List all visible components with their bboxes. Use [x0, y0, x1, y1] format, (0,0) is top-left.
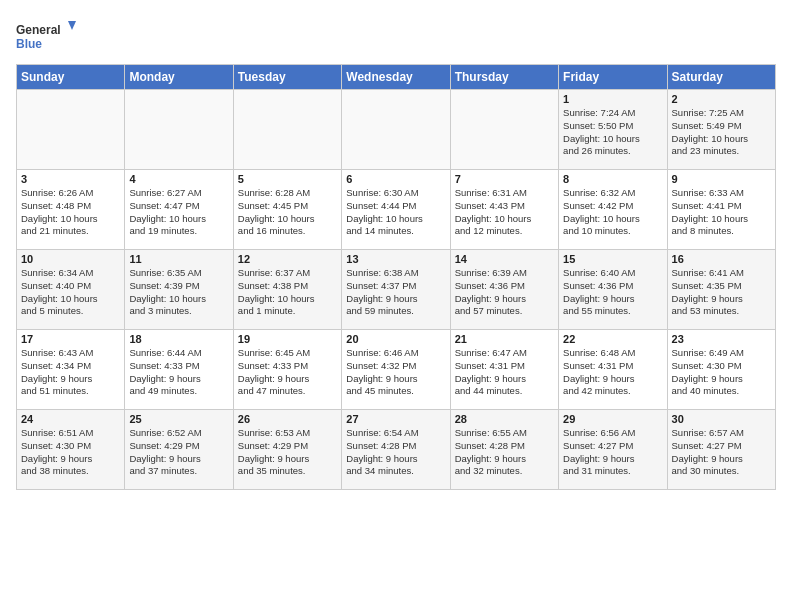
day-info: Sunrise: 6:41 AM Sunset: 4:35 PM Dayligh… — [672, 267, 771, 318]
day-info: Sunrise: 6:54 AM Sunset: 4:28 PM Dayligh… — [346, 427, 445, 478]
logo: General Blue — [16, 16, 76, 56]
day-info: Sunrise: 6:46 AM Sunset: 4:32 PM Dayligh… — [346, 347, 445, 398]
calendar-cell: 13Sunrise: 6:38 AM Sunset: 4:37 PM Dayli… — [342, 250, 450, 330]
calendar-cell: 25Sunrise: 6:52 AM Sunset: 4:29 PM Dayli… — [125, 410, 233, 490]
calendar-cell: 8Sunrise: 6:32 AM Sunset: 4:42 PM Daylig… — [559, 170, 667, 250]
calendar-cell: 3Sunrise: 6:26 AM Sunset: 4:48 PM Daylig… — [17, 170, 125, 250]
day-number: 5 — [238, 173, 337, 185]
svg-marker-2 — [68, 21, 76, 30]
day-number: 23 — [672, 333, 771, 345]
calendar-cell: 12Sunrise: 6:37 AM Sunset: 4:38 PM Dayli… — [233, 250, 341, 330]
calendar-cell — [125, 90, 233, 170]
calendar-cell — [342, 90, 450, 170]
day-number: 14 — [455, 253, 554, 265]
calendar-cell: 10Sunrise: 6:34 AM Sunset: 4:40 PM Dayli… — [17, 250, 125, 330]
day-number: 17 — [21, 333, 120, 345]
day-info: Sunrise: 6:57 AM Sunset: 4:27 PM Dayligh… — [672, 427, 771, 478]
calendar-cell: 1Sunrise: 7:24 AM Sunset: 5:50 PM Daylig… — [559, 90, 667, 170]
day-info: Sunrise: 6:39 AM Sunset: 4:36 PM Dayligh… — [455, 267, 554, 318]
week-row-2: 3Sunrise: 6:26 AM Sunset: 4:48 PM Daylig… — [17, 170, 776, 250]
day-number: 4 — [129, 173, 228, 185]
calendar-cell: 18Sunrise: 6:44 AM Sunset: 4:33 PM Dayli… — [125, 330, 233, 410]
calendar-cell: 2Sunrise: 7:25 AM Sunset: 5:49 PM Daylig… — [667, 90, 775, 170]
calendar-cell: 16Sunrise: 6:41 AM Sunset: 4:35 PM Dayli… — [667, 250, 775, 330]
day-number: 2 — [672, 93, 771, 105]
day-info: Sunrise: 6:53 AM Sunset: 4:29 PM Dayligh… — [238, 427, 337, 478]
day-info: Sunrise: 6:37 AM Sunset: 4:38 PM Dayligh… — [238, 267, 337, 318]
week-row-3: 10Sunrise: 6:34 AM Sunset: 4:40 PM Dayli… — [17, 250, 776, 330]
calendar-cell: 14Sunrise: 6:39 AM Sunset: 4:36 PM Dayli… — [450, 250, 558, 330]
day-info: Sunrise: 6:48 AM Sunset: 4:31 PM Dayligh… — [563, 347, 662, 398]
day-info: Sunrise: 6:52 AM Sunset: 4:29 PM Dayligh… — [129, 427, 228, 478]
weekday-header-wednesday: Wednesday — [342, 65, 450, 90]
calendar-cell: 28Sunrise: 6:55 AM Sunset: 4:28 PM Dayli… — [450, 410, 558, 490]
weekday-header-saturday: Saturday — [667, 65, 775, 90]
day-number: 1 — [563, 93, 662, 105]
day-number: 3 — [21, 173, 120, 185]
day-info: Sunrise: 6:32 AM Sunset: 4:42 PM Dayligh… — [563, 187, 662, 238]
calendar-cell: 6Sunrise: 6:30 AM Sunset: 4:44 PM Daylig… — [342, 170, 450, 250]
week-row-5: 24Sunrise: 6:51 AM Sunset: 4:30 PM Dayli… — [17, 410, 776, 490]
day-info: Sunrise: 6:31 AM Sunset: 4:43 PM Dayligh… — [455, 187, 554, 238]
calendar-cell — [17, 90, 125, 170]
day-number: 25 — [129, 413, 228, 425]
calendar-cell: 21Sunrise: 6:47 AM Sunset: 4:31 PM Dayli… — [450, 330, 558, 410]
day-info: Sunrise: 6:34 AM Sunset: 4:40 PM Dayligh… — [21, 267, 120, 318]
weekday-header-sunday: Sunday — [17, 65, 125, 90]
logo-icon: General Blue — [16, 16, 76, 56]
day-number: 21 — [455, 333, 554, 345]
calendar-cell: 11Sunrise: 6:35 AM Sunset: 4:39 PM Dayli… — [125, 250, 233, 330]
calendar-cell — [233, 90, 341, 170]
day-number: 29 — [563, 413, 662, 425]
day-info: Sunrise: 6:45 AM Sunset: 4:33 PM Dayligh… — [238, 347, 337, 398]
calendar-cell: 20Sunrise: 6:46 AM Sunset: 4:32 PM Dayli… — [342, 330, 450, 410]
day-number: 10 — [21, 253, 120, 265]
day-info: Sunrise: 6:56 AM Sunset: 4:27 PM Dayligh… — [563, 427, 662, 478]
day-number: 26 — [238, 413, 337, 425]
day-number: 22 — [563, 333, 662, 345]
day-info: Sunrise: 6:28 AM Sunset: 4:45 PM Dayligh… — [238, 187, 337, 238]
calendar-cell: 4Sunrise: 6:27 AM Sunset: 4:47 PM Daylig… — [125, 170, 233, 250]
day-info: Sunrise: 6:26 AM Sunset: 4:48 PM Dayligh… — [21, 187, 120, 238]
day-number: 16 — [672, 253, 771, 265]
calendar-cell: 17Sunrise: 6:43 AM Sunset: 4:34 PM Dayli… — [17, 330, 125, 410]
day-info: Sunrise: 6:51 AM Sunset: 4:30 PM Dayligh… — [21, 427, 120, 478]
week-row-4: 17Sunrise: 6:43 AM Sunset: 4:34 PM Dayli… — [17, 330, 776, 410]
day-info: Sunrise: 6:35 AM Sunset: 4:39 PM Dayligh… — [129, 267, 228, 318]
calendar-cell: 26Sunrise: 6:53 AM Sunset: 4:29 PM Dayli… — [233, 410, 341, 490]
day-info: Sunrise: 6:27 AM Sunset: 4:47 PM Dayligh… — [129, 187, 228, 238]
day-info: Sunrise: 6:43 AM Sunset: 4:34 PM Dayligh… — [21, 347, 120, 398]
day-number: 15 — [563, 253, 662, 265]
day-info: Sunrise: 6:47 AM Sunset: 4:31 PM Dayligh… — [455, 347, 554, 398]
calendar-cell: 24Sunrise: 6:51 AM Sunset: 4:30 PM Dayli… — [17, 410, 125, 490]
weekday-header-tuesday: Tuesday — [233, 65, 341, 90]
day-number: 19 — [238, 333, 337, 345]
calendar-cell: 5Sunrise: 6:28 AM Sunset: 4:45 PM Daylig… — [233, 170, 341, 250]
calendar-table: SundayMondayTuesdayWednesdayThursdayFrid… — [16, 64, 776, 490]
svg-text:Blue: Blue — [16, 37, 42, 51]
day-info: Sunrise: 6:30 AM Sunset: 4:44 PM Dayligh… — [346, 187, 445, 238]
day-number: 11 — [129, 253, 228, 265]
week-row-1: 1Sunrise: 7:24 AM Sunset: 5:50 PM Daylig… — [17, 90, 776, 170]
day-info: Sunrise: 7:24 AM Sunset: 5:50 PM Dayligh… — [563, 107, 662, 158]
day-number: 12 — [238, 253, 337, 265]
day-number: 9 — [672, 173, 771, 185]
calendar-cell: 30Sunrise: 6:57 AM Sunset: 4:27 PM Dayli… — [667, 410, 775, 490]
day-number: 18 — [129, 333, 228, 345]
calendar-cell: 19Sunrise: 6:45 AM Sunset: 4:33 PM Dayli… — [233, 330, 341, 410]
day-info: Sunrise: 6:33 AM Sunset: 4:41 PM Dayligh… — [672, 187, 771, 238]
day-info: Sunrise: 6:38 AM Sunset: 4:37 PM Dayligh… — [346, 267, 445, 318]
day-number: 30 — [672, 413, 771, 425]
calendar-cell: 22Sunrise: 6:48 AM Sunset: 4:31 PM Dayli… — [559, 330, 667, 410]
calendar-cell: 29Sunrise: 6:56 AM Sunset: 4:27 PM Dayli… — [559, 410, 667, 490]
day-number: 27 — [346, 413, 445, 425]
day-info: Sunrise: 6:49 AM Sunset: 4:30 PM Dayligh… — [672, 347, 771, 398]
day-info: Sunrise: 6:55 AM Sunset: 4:28 PM Dayligh… — [455, 427, 554, 478]
day-number: 8 — [563, 173, 662, 185]
calendar-cell: 27Sunrise: 6:54 AM Sunset: 4:28 PM Dayli… — [342, 410, 450, 490]
weekday-header-thursday: Thursday — [450, 65, 558, 90]
weekday-header-friday: Friday — [559, 65, 667, 90]
day-number: 13 — [346, 253, 445, 265]
calendar-cell: 9Sunrise: 6:33 AM Sunset: 4:41 PM Daylig… — [667, 170, 775, 250]
day-number: 7 — [455, 173, 554, 185]
